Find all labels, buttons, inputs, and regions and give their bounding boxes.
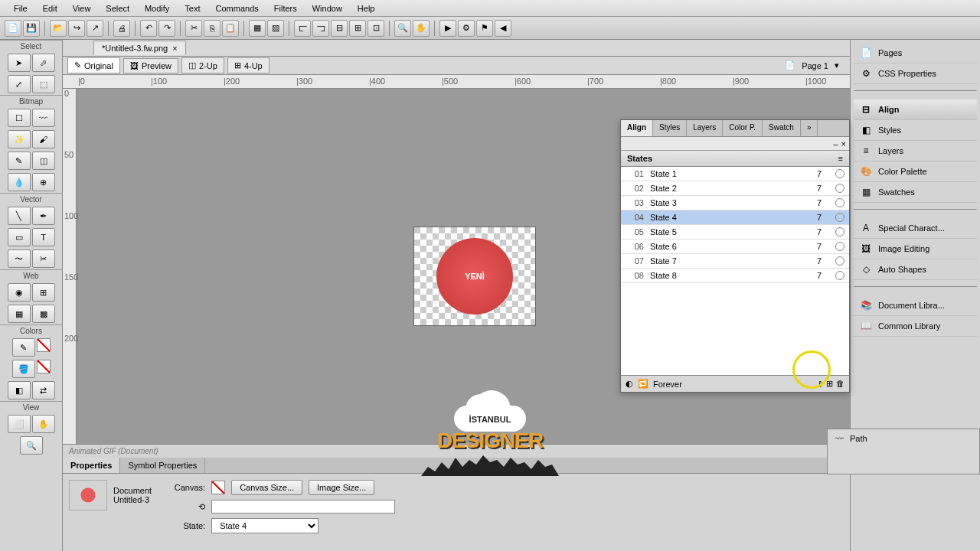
- line-tool[interactable]: ╲: [8, 207, 31, 225]
- image-size-button[interactable]: Image Size...: [309, 480, 374, 495]
- menu-filters[interactable]: Filters: [266, 2, 305, 15]
- swap-colors[interactable]: ⇄: [32, 381, 55, 399]
- document-tab[interactable]: *Untitled-3.fw.png ×: [93, 41, 186, 55]
- delete-state-icon[interactable]: 🗑: [836, 379, 844, 389]
- loop-icon[interactable]: 🔁: [638, 379, 648, 389]
- state-row[interactable]: 04State 47: [621, 210, 849, 225]
- knife-tool[interactable]: ✂: [32, 249, 55, 268]
- undo-button[interactable]: ↶: [140, 20, 157, 37]
- import-button[interactable]: ↪: [68, 20, 85, 37]
- menu-file[interactable]: File: [6, 2, 35, 15]
- group-button[interactable]: ▦: [249, 20, 266, 37]
- cut-button[interactable]: ✂: [185, 20, 202, 37]
- flag-button[interactable]: ⚑: [476, 20, 493, 37]
- panel-image-editing[interactable]: 🖼Image Editing: [854, 239, 977, 259]
- menu-help[interactable]: Help: [350, 2, 383, 15]
- stroke-color[interactable]: ✎: [12, 338, 35, 357]
- menu-window[interactable]: Window: [305, 2, 350, 15]
- view-4up-tab[interactable]: ⊞4-Up: [227, 57, 270, 73]
- fill-color[interactable]: 🪣: [12, 360, 35, 378]
- panel-css[interactable]: ⚙CSS Properties: [854, 64, 977, 84]
- align-tool-1[interactable]: ⫍: [294, 20, 311, 37]
- save-button[interactable]: 💾: [23, 20, 40, 37]
- panel-auto-shapes[interactable]: ◇Auto Shapes: [854, 259, 977, 280]
- menu-edit[interactable]: Edit: [35, 2, 65, 15]
- align-tool-3[interactable]: ⊟: [331, 20, 348, 37]
- canvas-color-swatch[interactable]: [211, 481, 225, 494]
- path-label[interactable]: Path: [850, 434, 867, 443]
- state-row[interactable]: 01State 17: [621, 167, 849, 181]
- menu-view[interactable]: View: [65, 2, 99, 15]
- panel-tab-align[interactable]: Align: [621, 120, 653, 136]
- state-row[interactable]: 03State 37: [621, 196, 849, 210]
- panel-common-library[interactable]: 📖Common Library: [854, 316, 977, 337]
- pen-tool[interactable]: ✒: [32, 207, 55, 225]
- panel-close-icon[interactable]: ×: [841, 139, 846, 148]
- panel-styles[interactable]: ◧Styles: [854, 120, 977, 141]
- state-row[interactable]: 02State 27: [621, 181, 849, 196]
- align-tool-2[interactable]: ⫎: [312, 20, 329, 37]
- state-row[interactable]: 05State 57: [621, 225, 849, 240]
- new-state-icon[interactable]: ⊞: [826, 379, 833, 389]
- brush-tool[interactable]: 🖌: [32, 130, 55, 148]
- show-slice-tool[interactable]: ▩: [32, 305, 55, 323]
- canvas-size-button[interactable]: Canvas Size...: [231, 480, 302, 495]
- badge-graphic[interactable]: YENİ: [436, 238, 513, 315]
- stamp-tool[interactable]: ⊕: [32, 173, 55, 191]
- panel-tab-more[interactable]: »: [801, 120, 818, 136]
- open-button[interactable]: 📂: [50, 20, 67, 37]
- panel-special-chars[interactable]: ASpecial Charact...: [854, 218, 977, 239]
- align-tool-5[interactable]: ⊡: [368, 20, 384, 37]
- send-button[interactable]: ◀: [495, 20, 511, 37]
- panel-color-palette[interactable]: 🎨Color Palette: [854, 161, 977, 182]
- state-row[interactable]: 08State 87: [621, 269, 849, 283]
- hide-slice-tool[interactable]: ▦: [8, 305, 31, 323]
- lasso-tool[interactable]: 〰: [32, 109, 55, 127]
- panel-layers[interactable]: ≡Layers: [854, 141, 977, 161]
- menu-select[interactable]: Select: [98, 2, 137, 15]
- text-tool[interactable]: T: [32, 228, 55, 246]
- hand-tool[interactable]: ✋: [32, 415, 55, 433]
- blur-tool[interactable]: 💧: [8, 173, 31, 191]
- align-tool-4[interactable]: ⊞: [349, 20, 366, 37]
- marquee-tool[interactable]: ☐: [8, 109, 31, 127]
- distribute-states-icon[interactable]: ⫿: [818, 379, 823, 389]
- page-nav-icon[interactable]: 📄: [785, 60, 795, 70]
- copy-button[interactable]: ⎘: [204, 20, 220, 37]
- page-dropdown-icon[interactable]: ▾: [835, 60, 839, 70]
- new-button[interactable]: 📄: [5, 20, 21, 37]
- symbol-properties-tab[interactable]: Symbol Properties: [120, 458, 205, 473]
- hand-button[interactable]: ✋: [413, 20, 430, 37]
- panel-menu-icon[interactable]: ≡: [838, 154, 843, 163]
- pointer-tool[interactable]: ➤: [8, 54, 31, 72]
- hotspot-tool[interactable]: ◉: [8, 283, 31, 302]
- launch-button[interactable]: ▶: [439, 20, 456, 37]
- close-tab-icon[interactable]: ×: [172, 44, 177, 53]
- magic-wand-tool[interactable]: ✨: [8, 130, 31, 148]
- view-2up-tab[interactable]: ◫2-Up: [181, 57, 224, 73]
- fill-swatch[interactable]: [37, 360, 51, 373]
- panel-tab-styles[interactable]: Styles: [653, 120, 687, 136]
- panel-align[interactable]: ⊟Align: [854, 99, 977, 120]
- zoom-tool[interactable]: 🔍: [20, 436, 43, 455]
- export-button[interactable]: ↗: [87, 20, 103, 37]
- rectangle-tool[interactable]: ▭: [8, 228, 31, 246]
- screen-mode[interactable]: ⬜: [8, 415, 31, 433]
- view-original-tab[interactable]: ✎Original: [67, 57, 120, 73]
- onion-skin-icon[interactable]: ◐: [626, 379, 633, 389]
- settings-button[interactable]: ⚙: [458, 20, 475, 37]
- panel-minimize-icon[interactable]: –: [833, 139, 838, 148]
- panel-tab-colorp[interactable]: Color P.: [723, 120, 763, 136]
- state-row[interactable]: 07State 77: [621, 254, 849, 269]
- slice-tool[interactable]: ⊞: [32, 283, 55, 302]
- pencil-tool[interactable]: ✎: [8, 152, 31, 170]
- panel-tab-layers[interactable]: Layers: [687, 120, 723, 136]
- menu-text[interactable]: Text: [177, 2, 207, 15]
- subselect-tool[interactable]: ⬀: [32, 54, 55, 72]
- panel-pages[interactable]: 📄Pages: [854, 43, 977, 64]
- view-preview-tab[interactable]: 🖼Preview: [123, 58, 178, 73]
- state-row[interactable]: 06State 67: [621, 240, 849, 254]
- eraser-tool[interactable]: ◫: [32, 152, 55, 170]
- redo-button[interactable]: ↷: [158, 20, 175, 37]
- panel-swatches[interactable]: ▦Swatches: [854, 182, 977, 203]
